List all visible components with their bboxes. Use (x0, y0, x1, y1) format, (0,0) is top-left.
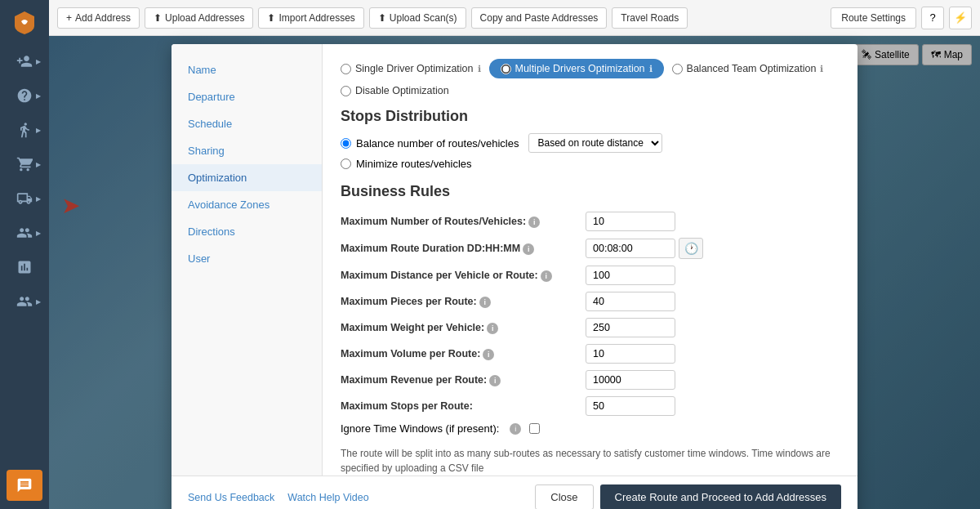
multiple-drivers-info-icon[interactable]: ℹ (649, 64, 653, 74)
duration-clock-button[interactable]: 🕐 (679, 238, 703, 259)
single-driver-option[interactable]: Single Driver Optimization ℹ (341, 63, 481, 74)
max-duration-row: Maximum Route Duration DD:HH:MMi 🕐 (341, 234, 840, 262)
create-route-button[interactable]: Create Route and Proceed to Add Addresse… (600, 484, 841, 509)
max-distance-input[interactable] (586, 266, 675, 285)
import-addresses-button[interactable]: ⬆ Import Addresses (258, 7, 363, 29)
route-settings-modal: Name Departure Schedule Sharing Optimiza… (172, 44, 858, 509)
time-windows-info-text: The route will be split into as many sub… (341, 446, 840, 476)
optimization-type-row: Single Driver Optimization ℹ Multiple Dr… (341, 59, 840, 78)
top-toolbar: + Add Address ⬆ Upload Addresses ⬆ Impor… (49, 0, 980, 36)
flash-icon-button[interactable]: ⚡ (949, 7, 972, 29)
max-pieces-input[interactable] (586, 292, 675, 311)
balance-select[interactable]: Based on route distance Based on stop co… (528, 133, 662, 153)
close-button[interactable]: Close (535, 484, 593, 509)
max-revenue-input[interactable] (586, 370, 675, 390)
modal-footer: Send Us Feedback Watch Help Video Close … (172, 476, 858, 509)
modal-content-area: Single Driver Optimization ℹ Multiple Dr… (323, 44, 858, 476)
multiple-drivers-button[interactable]: Multiple Drivers Optimization ℹ (489, 59, 664, 78)
max-weight-input[interactable] (586, 318, 675, 337)
watch-help-link[interactable]: Watch Help Video (287, 492, 368, 503)
sidebar-item-help[interactable]: ▶ (7, 80, 42, 111)
footer-actions: Close Create Route and Proceed to Add Ad… (535, 484, 841, 509)
nav-item-directions[interactable]: Directions (172, 218, 322, 245)
modal-nav: Name Departure Schedule Sharing Optimiza… (172, 44, 323, 476)
max-volume-info-icon[interactable]: i (483, 349, 494, 360)
minimize-routes-radio[interactable] (341, 159, 351, 169)
chat-button[interactable] (7, 470, 42, 501)
travel-roads-button[interactable]: Travel Roads (612, 7, 688, 29)
nav-item-sharing[interactable]: Sharing (172, 137, 322, 164)
upload-scans-button[interactable]: ⬆ Upload Scan(s) (369, 7, 466, 29)
minimize-routes-row: Minimize routes/vehicles (341, 158, 840, 170)
send-feedback-link[interactable]: Send Us Feedback (188, 492, 274, 503)
max-distance-row: Maximum Distance per Vehicle or Route:i (341, 262, 840, 288)
app-logo[interactable] (10, 8, 39, 38)
modal-overlay: Name Departure Schedule Sharing Optimiza… (49, 36, 980, 509)
scan-icon: ⬆ (378, 12, 386, 24)
max-pieces-row: Maximum Pieces per Route:i (341, 288, 840, 315)
plus-icon: + (66, 12, 72, 24)
balance-routes-row: Balance number of routes/vehicles Based … (341, 133, 840, 153)
max-weight-row: Maximum Weight per Vehicle:i (341, 315, 840, 341)
sidebar-item-adduser[interactable]: ▶ (7, 46, 42, 77)
import-icon: ⬆ (267, 12, 275, 24)
max-duration-input[interactable] (586, 239, 675, 258)
ignore-time-windows-row: Ignore Time Windows (if present): i (341, 419, 840, 438)
balanced-team-option[interactable]: Balanced Team Optimization ℹ (672, 63, 824, 74)
nav-item-avoidance[interactable]: Avoidance Zones (172, 191, 322, 218)
ignore-time-checkbox[interactable] (529, 423, 540, 434)
footer-links: Send Us Feedback Watch Help Video (188, 492, 369, 503)
stops-distribution-section: Balance number of routes/vehicles Based … (341, 133, 840, 170)
max-duration-info-icon[interactable]: i (523, 243, 534, 255)
nav-item-user[interactable]: User (172, 245, 322, 272)
help-icon-button[interactable]: ? (921, 7, 944, 29)
sidebar-item-cart[interactable]: ▶ (7, 149, 42, 180)
sidebar-item-tracking[interactable]: ▶ (7, 183, 42, 214)
sidebar-item-route[interactable]: ▶ (7, 114, 42, 145)
sidebar-item-group[interactable]: ▶ (7, 217, 42, 248)
max-revenue-row: Maximum Revenue per Route:i (341, 367, 840, 393)
max-volume-input[interactable] (586, 344, 675, 364)
balance-routes-radio[interactable] (341, 138, 351, 149)
sidebar-item-analytics[interactable] (7, 252, 42, 283)
upload-icon: ⬆ (154, 12, 162, 24)
route-settings-button[interactable]: Route Settings (831, 7, 916, 29)
max-weight-info-icon[interactable]: i (487, 323, 498, 334)
max-stops-row: Maximum Stops per Route: (341, 393, 840, 419)
duration-field-group: 🕐 (586, 238, 840, 259)
copy-paste-button[interactable]: Copy and Paste Addresses (471, 7, 608, 29)
nav-item-departure[interactable]: Departure (172, 83, 322, 110)
max-routes-input[interactable] (586, 212, 675, 231)
business-rules-title: Business Rules (341, 183, 840, 200)
nav-item-optimization[interactable]: Optimization (172, 164, 322, 191)
nav-item-schedule[interactable]: Schedule (172, 110, 322, 137)
max-distance-info-icon[interactable]: i (541, 270, 552, 282)
business-rules-section: Maximum Number of Routes/Vehicles:i Maxi… (341, 208, 840, 438)
stops-dist-title: Stops Distribution (341, 108, 840, 125)
left-sidebar: ▶ ▶ ▶ ▶ ▶ ▶ ▶ (0, 0, 49, 509)
add-address-button[interactable]: + Add Address (57, 7, 140, 29)
max-revenue-info-icon[interactable]: i (489, 375, 501, 386)
upload-addresses-button[interactable]: ⬆ Upload Addresses (145, 7, 253, 29)
max-stops-input[interactable] (586, 396, 675, 416)
balanced-team-info-icon[interactable]: ℹ (820, 64, 823, 74)
max-routes-info-icon[interactable]: i (528, 217, 540, 228)
sidebar-item-settings[interactable]: ▶ (7, 286, 42, 317)
disable-optimization-option[interactable]: Disable Optimization (341, 85, 840, 96)
nav-item-name[interactable]: Name (172, 56, 322, 83)
max-pieces-info-icon[interactable]: i (479, 297, 491, 308)
max-volume-row: Maximum Volume per Route:i (341, 341, 840, 367)
max-routes-row: Maximum Number of Routes/Vehicles:i (341, 208, 840, 234)
single-driver-info-icon[interactable]: ℹ (478, 64, 481, 74)
ignore-time-info-icon[interactable]: i (510, 423, 521, 435)
